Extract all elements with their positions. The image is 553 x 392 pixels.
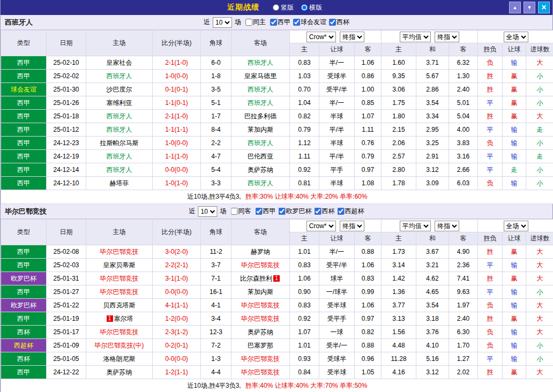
ah-line: 受球半 xyxy=(319,70,355,83)
bookmaker-select[interactable]: Crow* xyxy=(307,32,336,42)
competition-badge: 西甲 xyxy=(17,72,30,80)
corner-score: 2-2 xyxy=(201,137,231,150)
competition-filter[interactable]: 西杯 xyxy=(315,207,335,216)
competition-cell: 西甲 xyxy=(1,163,47,177)
ah-away-odds: 0.82 xyxy=(355,326,382,339)
competition-checkbox[interactable] xyxy=(293,19,300,26)
ah-home-odds: 0.83 xyxy=(290,56,319,70)
scope-select[interactable]: 全场 xyxy=(504,32,528,42)
away-team: 西班牙人 xyxy=(231,177,290,190)
scroll-down-button[interactable]: ▼ xyxy=(524,2,535,13)
competition-cell: 西超杯 xyxy=(1,339,47,352)
score: 2-2(2-1) xyxy=(153,259,201,272)
team-name: 毕尔巴鄂竞技 xyxy=(5,207,47,216)
match-row: 西甲 25-02-03 皇家贝蒂斯 2-2(2-1) 3-7 毕尔巴鄂竞技 0.… xyxy=(1,259,553,272)
home-team: 毕尔巴鄂竞技 xyxy=(86,245,153,259)
competition-filter[interactable]: 欧罗巴杯 xyxy=(279,207,312,216)
eu-draw-odds: 3.09 xyxy=(416,177,449,190)
result-goals: 走 xyxy=(526,123,553,137)
result-handicap: 输 xyxy=(503,299,526,312)
home-team: 毕尔巴鄂竞技 xyxy=(86,272,153,285)
ah-home-odds: 0.79 xyxy=(290,123,319,137)
competition-badge: 西超杯 xyxy=(14,342,33,349)
eu-home-odds: 1.60 xyxy=(382,56,416,70)
score: 1-2(0-0) xyxy=(153,312,201,326)
eu-odds-stage-select[interactable]: 终指 xyxy=(435,32,459,42)
result-handicap: 赢 xyxy=(503,96,526,110)
ah-line: 平/半 xyxy=(319,150,355,163)
recent-prefix: 近 xyxy=(204,18,210,27)
competition-cell: 西甲 xyxy=(1,56,47,70)
scope-select[interactable]: 全场 xyxy=(504,221,528,231)
competition-cell: 西甲 xyxy=(1,177,47,190)
recent-count-select[interactable]: 10 xyxy=(213,17,232,28)
average-select[interactable]: 平均值 xyxy=(400,32,431,42)
eu-home-odds: 3.77 xyxy=(382,299,416,312)
match-row: 西甲 25-01-27 毕尔巴鄂竞技 0-0(0-0) 16-1 莱加内斯 0.… xyxy=(1,285,553,299)
vertical-layout-radio[interactable] xyxy=(273,4,279,11)
eu-away-odds: 2.40 xyxy=(449,312,478,326)
ah-odds-stage-select[interactable]: 终指 xyxy=(340,221,364,231)
scroll-up-button[interactable]: ▲ xyxy=(509,2,521,13)
match-row: 西甲 25-01-26 塞维利亚 1-1(0-1) 5-1 西班牙人 1.04 … xyxy=(1,96,553,110)
ah-line: 平/半 xyxy=(319,123,355,137)
competition-filter[interactable]: 西杯 xyxy=(329,18,349,27)
competition-filter[interactable]: 西甲 xyxy=(256,207,276,216)
ah-home-odds: 0.92 xyxy=(290,312,319,326)
competition-checkbox[interactable] xyxy=(279,208,286,215)
layout-option-vertical[interactable]: 竖版 xyxy=(273,3,294,12)
close-button[interactable]: × xyxy=(538,2,550,13)
eu-odds-stage-select[interactable]: 终指 xyxy=(435,221,459,231)
competition-checkbox[interactable] xyxy=(270,19,277,26)
away-team: 毕尔巴鄂竞技 xyxy=(231,312,290,326)
bookmaker-select[interactable]: Crow* xyxy=(307,221,336,231)
competition-badge: 西甲 xyxy=(17,288,30,296)
recent-count-select[interactable]: 10 xyxy=(198,206,218,217)
layout-option-horizontal[interactable]: 横版 xyxy=(301,3,322,12)
match-date: 24-12-10 xyxy=(47,177,86,190)
away-team: 西班牙人 xyxy=(231,137,290,150)
same-venue-checkbox[interactable] xyxy=(231,208,238,215)
ah-odds-stage-select[interactable]: 终指 xyxy=(340,32,364,42)
competition-filter[interactable]: 西甲 xyxy=(270,18,290,27)
eu-draw-odds: 3.25 xyxy=(416,137,449,150)
same-venue-checkbox[interactable] xyxy=(245,19,252,26)
ah-home-odds: 1.11 xyxy=(290,150,319,163)
ah-home-odds: 0.82 xyxy=(290,110,319,123)
competition-filter[interactable]: 西超杯 xyxy=(338,207,364,216)
red-card-badge: 1 xyxy=(107,315,113,322)
home-team: 西班牙人 xyxy=(86,163,153,177)
eu-away-odds: 5.04 xyxy=(449,110,478,123)
window-title: 近期战绩 xyxy=(227,3,259,12)
competition-badge: 球会友谊 xyxy=(11,86,36,93)
ah-away-odds: 0.85 xyxy=(355,96,382,110)
result-goals: 小 xyxy=(526,352,553,366)
col-header-eu-away: 客 xyxy=(449,232,478,245)
competition-badge: 欧罗巴杯 xyxy=(11,301,36,309)
eu-draw-odds: 4.10 xyxy=(416,339,449,352)
score: 0-0(0-0) xyxy=(153,163,201,177)
competition-checkbox[interactable] xyxy=(315,208,322,215)
result-goals: 小 xyxy=(526,163,553,177)
col-header-home: 主场 xyxy=(86,31,153,56)
same-venue-filter[interactable]: 同客 xyxy=(231,207,251,216)
result-goals: 大 xyxy=(526,299,553,312)
average-select[interactable]: 平均值 xyxy=(400,221,431,231)
ah-filter-cell: Crow* 终指 xyxy=(290,31,382,43)
match-date: 25-01-22 xyxy=(47,299,86,312)
col-header-eu-draw: 和 xyxy=(416,43,449,56)
same-venue-filter[interactable]: 同主 xyxy=(245,18,266,27)
match-date: 24-12-14 xyxy=(47,163,86,177)
competition-badge: 西甲 xyxy=(17,99,30,107)
competition-checkbox[interactable] xyxy=(329,19,336,26)
competition-checkboxes: 西甲欧罗巴杯西杯西超杯 xyxy=(253,207,364,216)
eu-home-odds: 2.80 xyxy=(382,163,416,177)
competition-filter[interactable]: 球会友谊 xyxy=(293,18,326,27)
eu-draw-odds: 3.54 xyxy=(416,299,449,312)
col-header-type: 类型 xyxy=(1,31,47,56)
horizontal-layout-radio[interactable] xyxy=(301,4,308,11)
competition-checkbox[interactable] xyxy=(338,208,345,215)
away-team: 巴塞罗那 xyxy=(231,339,290,352)
result-handicap: 走 xyxy=(503,163,526,177)
competition-checkbox[interactable] xyxy=(256,208,263,215)
